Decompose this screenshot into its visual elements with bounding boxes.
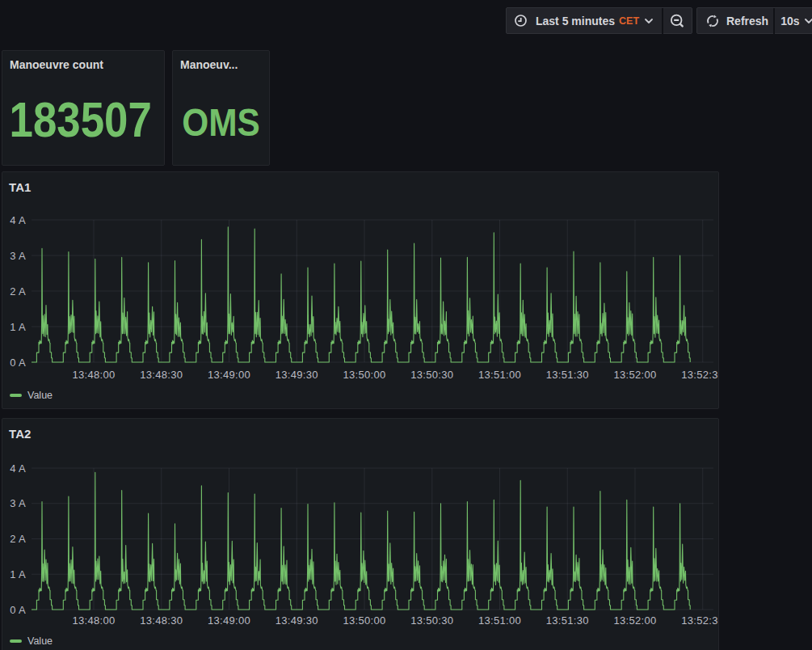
svg-text:13:48:30: 13:48:30 (140, 614, 183, 627)
svg-text:13:50:30: 13:50:30 (410, 369, 453, 381)
svg-text:13:50:00: 13:50:00 (343, 614, 385, 627)
svg-text:13:49:00: 13:49:00 (208, 369, 250, 381)
svg-text:13:52:30: 13:52:30 (681, 614, 718, 627)
svg-text:3 A: 3 A (10, 497, 26, 509)
svg-text:13:50:00: 13:50:00 (343, 369, 385, 381)
svg-text:1 A: 1 A (10, 321, 26, 333)
svg-text:13:51:00: 13:51:00 (478, 614, 521, 627)
svg-text:0 A: 0 A (10, 357, 26, 369)
svg-text:13:48:00: 13:48:00 (72, 614, 115, 627)
svg-text:13:51:30: 13:51:30 (546, 614, 589, 627)
svg-text:0 A: 0 A (10, 604, 26, 616)
svg-text:13:49:30: 13:49:30 (276, 369, 318, 381)
svg-text:3 A: 3 A (10, 250, 26, 262)
svg-text:13:49:00: 13:49:00 (208, 614, 250, 627)
svg-text:1 A: 1 A (10, 568, 26, 580)
svg-text:2 A: 2 A (10, 285, 26, 298)
svg-text:13:48:00: 13:48:00 (72, 369, 115, 381)
svg-text:13:50:30: 13:50:30 (410, 614, 453, 627)
svg-text:13:52:30: 13:52:30 (681, 369, 718, 381)
svg-text:13:48:30: 13:48:30 (140, 369, 183, 381)
svg-text:13:52:00: 13:52:00 (613, 369, 656, 381)
svg-text:13:52:00: 13:52:00 (613, 614, 656, 627)
svg-text:13:51:00: 13:51:00 (478, 369, 521, 381)
svg-text:4 A: 4 A (10, 214, 26, 226)
svg-text:13:49:30: 13:49:30 (276, 614, 318, 627)
svg-text:13:51:30: 13:51:30 (546, 369, 589, 381)
svg-text:4 A: 4 A (10, 462, 26, 475)
svg-text:2 A: 2 A (10, 533, 26, 545)
